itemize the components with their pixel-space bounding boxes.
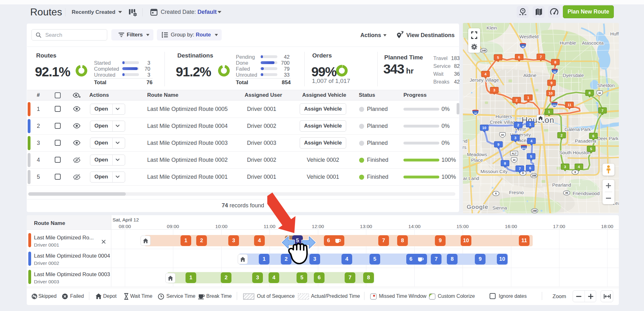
- svg-text:5: 5: [497, 56, 499, 59]
- svg-text:Creek Village: Creek Village: [490, 119, 518, 125]
- svg-text:4: 4: [578, 165, 580, 169]
- svg-text:9: 9: [497, 143, 499, 146]
- svg-text:Friendswood: Friendswood: [573, 191, 600, 196]
- svg-text:35: 35: [565, 191, 568, 194]
- svg-text:69: 69: [553, 71, 556, 74]
- svg-text:Deer Park: Deer Park: [597, 136, 619, 141]
- svg-text:nd: nd: [463, 138, 467, 144]
- svg-text:10: 10: [482, 126, 486, 130]
- svg-text:8: 8: [504, 161, 506, 165]
- svg-text:Aldine: Aldine: [523, 73, 536, 78]
- svg-text:288: 288: [532, 174, 536, 177]
- svg-text:10: 10: [549, 91, 553, 95]
- svg-text:Klein: Klein: [486, 25, 497, 30]
- svg-text:Galena Park: Galena Park: [564, 127, 591, 132]
- svg-text:8: 8: [589, 91, 591, 95]
- svg-text:1: 1: [548, 110, 550, 114]
- svg-text:2: 2: [561, 134, 563, 137]
- svg-text:4: 4: [530, 139, 533, 143]
- svg-text:2: 2: [517, 123, 519, 127]
- svg-text:Google: Google: [467, 204, 488, 210]
- svg-text:5: 5: [530, 155, 532, 158]
- svg-text:Jersey Village: Jersey Village: [469, 77, 499, 83]
- svg-text:8: 8: [575, 171, 576, 174]
- svg-text:6: 6: [592, 134, 594, 138]
- svg-text:3: 3: [514, 136, 516, 140]
- svg-text:69: 69: [501, 134, 504, 136]
- svg-text:7: 7: [519, 167, 521, 171]
- svg-text:610: 610: [552, 104, 557, 107]
- svg-text:Sienna: Sienna: [492, 205, 507, 210]
- svg-text:45: 45: [522, 45, 525, 48]
- svg-text:ALT: ALT: [512, 152, 517, 155]
- svg-text:Place: Place: [471, 157, 483, 163]
- svg-text:Meadows: Meadows: [467, 152, 487, 157]
- svg-text:Westfield: Westfield: [519, 34, 538, 39]
- svg-text:Humble: Humble: [560, 40, 576, 46]
- svg-text:4: 4: [485, 72, 487, 76]
- svg-text:5: 5: [590, 147, 592, 151]
- svg-text:10: 10: [474, 112, 477, 115]
- svg-text:8: 8: [554, 60, 557, 64]
- svg-text:6: 6: [529, 166, 531, 170]
- svg-text:Hunters: Hunters: [496, 114, 512, 119]
- svg-text:288: 288: [532, 209, 537, 212]
- svg-text:Pearland: Pearland: [552, 182, 571, 188]
- svg-text:8: 8: [522, 172, 524, 175]
- svg-text:1: 1: [529, 123, 531, 126]
- svg-text:1: 1: [527, 96, 530, 100]
- svg-text:Huff: Huff: [610, 31, 619, 36]
- svg-text:6: 6: [495, 192, 497, 195]
- svg-text:610: 610: [522, 147, 526, 150]
- svg-text:Dyersdale: Dyersdale: [563, 73, 584, 78]
- svg-text:249: 249: [481, 49, 486, 52]
- svg-text:3: 3: [493, 88, 495, 92]
- svg-text:11: 11: [568, 103, 572, 107]
- svg-text:7: 7: [602, 109, 603, 112]
- svg-text:Sheldon: Sheldon: [597, 83, 614, 88]
- svg-text:Atascocita: Atascocita: [582, 40, 604, 46]
- svg-text:90: 90: [513, 159, 516, 161]
- svg-text:6: 6: [518, 55, 520, 59]
- svg-text:Fresno: Fresno: [509, 190, 524, 195]
- svg-text:South Houston: South Houston: [559, 150, 590, 155]
- svg-text:7: 7: [540, 55, 542, 59]
- svg-text:9: 9: [551, 81, 552, 85]
- svg-text:rs: rs: [463, 145, 466, 150]
- svg-text:2: 2: [516, 98, 518, 102]
- svg-text:ar Land: ar Land: [463, 176, 479, 181]
- svg-text:3: 3: [564, 165, 566, 169]
- svg-text:Missouri City: Missouri City: [480, 169, 508, 174]
- svg-text:90: 90: [598, 92, 601, 95]
